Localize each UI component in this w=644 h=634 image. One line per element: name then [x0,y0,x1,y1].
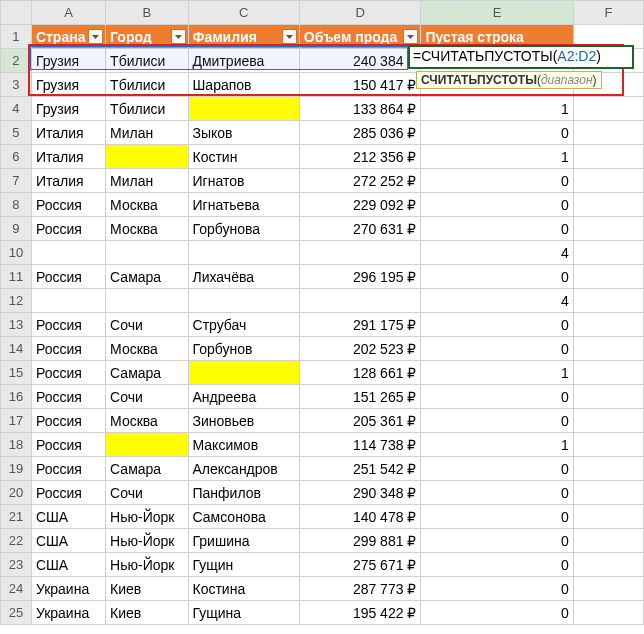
cell-E21[interactable]: 0 [421,505,574,529]
row-header-18[interactable]: 18 [1,433,32,457]
header-surname[interactable]: Фамилия [188,25,299,49]
cell-A15[interactable]: Россия [31,361,105,385]
cell-F10[interactable] [573,241,643,265]
cell-B24[interactable]: Киев [106,577,188,601]
cell-C9[interactable]: Горбунова [188,217,299,241]
cell-C21[interactable]: Самсонова [188,505,299,529]
cell-F18[interactable] [573,433,643,457]
cell-D6[interactable]: 212 356 ₽ [299,145,421,169]
row-header-14[interactable]: 14 [1,337,32,361]
cell-D2[interactable]: 240 384 ₽ [299,49,421,73]
active-cell-E2[interactable]: =СЧИТАТЬПУСТОТЫ(A2:D2) [408,45,634,69]
cell-D19[interactable]: 251 542 ₽ [299,457,421,481]
cell-D5[interactable]: 285 036 ₽ [299,121,421,145]
cell-C25[interactable]: Гущина [188,601,299,625]
cell-E25[interactable]: 0 [421,601,574,625]
cell-E24[interactable]: 0 [421,577,574,601]
cell-C23[interactable]: Гущин [188,553,299,577]
cell-A19[interactable]: Россия [31,457,105,481]
cell-C20[interactable]: Панфилов [188,481,299,505]
col-header-F[interactable]: F [573,1,643,25]
cell-C13[interactable]: Струбач [188,313,299,337]
filter-dropdown-icon[interactable] [88,29,103,44]
row-header-1[interactable]: 1 [1,25,32,49]
row-header-16[interactable]: 16 [1,385,32,409]
cell-C8[interactable]: Игнатьева [188,193,299,217]
col-header-D[interactable]: D [299,1,421,25]
cell-A12[interactable] [31,289,105,313]
cell-C24[interactable]: Костина [188,577,299,601]
cell-A20[interactable]: Россия [31,481,105,505]
cell-D14[interactable]: 202 523 ₽ [299,337,421,361]
cell-E16[interactable]: 0 [421,385,574,409]
cell-A2[interactable]: Грузия [31,49,105,73]
row-header-24[interactable]: 24 [1,577,32,601]
cell-D13[interactable]: 291 175 ₽ [299,313,421,337]
cell-C5[interactable]: Зыков [188,121,299,145]
cell-E11[interactable]: 0 [421,265,574,289]
cell-F23[interactable] [573,553,643,577]
cell-B17[interactable]: Москва [106,409,188,433]
row-header-23[interactable]: 23 [1,553,32,577]
cell-A21[interactable]: США [31,505,105,529]
row-header-12[interactable]: 12 [1,289,32,313]
cell-B2[interactable]: Тбилиси [106,49,188,73]
row-header-2[interactable]: 2 [1,49,32,73]
cell-A5[interactable]: Италия [31,121,105,145]
cell-F4[interactable] [573,97,643,121]
cell-E14[interactable]: 0 [421,337,574,361]
row-header-9[interactable]: 9 [1,217,32,241]
cell-D20[interactable]: 290 348 ₽ [299,481,421,505]
cell-E15[interactable]: 1 [421,361,574,385]
cell-E5[interactable]: 0 [421,121,574,145]
spreadsheet-grid[interactable]: A B C D E F 1 Страна Город Фамилия Объем… [0,0,644,625]
cell-C22[interactable]: Гришина [188,529,299,553]
row-header-8[interactable]: 8 [1,193,32,217]
cell-D8[interactable]: 229 092 ₽ [299,193,421,217]
cell-C18[interactable]: Максимов [188,433,299,457]
cell-F14[interactable] [573,337,643,361]
cell-E10[interactable]: 4 [421,241,574,265]
cell-E7[interactable]: 0 [421,169,574,193]
cell-E4[interactable]: 1 [421,97,574,121]
row-header-22[interactable]: 22 [1,529,32,553]
cell-B21[interactable]: Нью-Йорк [106,505,188,529]
cell-D17[interactable]: 205 361 ₽ [299,409,421,433]
cell-B15[interactable]: Самара [106,361,188,385]
col-header-C[interactable]: C [188,1,299,25]
cell-E22[interactable]: 0 [421,529,574,553]
cell-D24[interactable]: 287 773 ₽ [299,577,421,601]
row-header-19[interactable]: 19 [1,457,32,481]
cell-B18[interactable] [106,433,188,457]
row-header-6[interactable]: 6 [1,145,32,169]
cell-A16[interactable]: Россия [31,385,105,409]
cell-F17[interactable] [573,409,643,433]
cell-D22[interactable]: 299 881 ₽ [299,529,421,553]
cell-D10[interactable] [299,241,421,265]
cell-A11[interactable]: Россия [31,265,105,289]
cell-E13[interactable]: 0 [421,313,574,337]
cell-B4[interactable]: Тбилиси [106,97,188,121]
row-header-15[interactable]: 15 [1,361,32,385]
cell-D18[interactable]: 114 738 ₽ [299,433,421,457]
cell-C12[interactable] [188,289,299,313]
cell-B13[interactable]: Сочи [106,313,188,337]
cell-F12[interactable] [573,289,643,313]
filter-dropdown-icon[interactable] [282,29,297,44]
header-volume[interactable]: Объем прода [299,25,421,49]
cell-A8[interactable]: Россия [31,193,105,217]
cell-E12[interactable]: 4 [421,289,574,313]
row-header-20[interactable]: 20 [1,481,32,505]
cell-D3[interactable]: 150 417 ₽ [299,73,421,97]
cell-A18[interactable]: Россия [31,433,105,457]
cell-C11[interactable]: Лихачёва [188,265,299,289]
cell-C19[interactable]: Александров [188,457,299,481]
row-header-4[interactable]: 4 [1,97,32,121]
cell-F15[interactable] [573,361,643,385]
cell-C17[interactable]: Зиновьев [188,409,299,433]
row-header-5[interactable]: 5 [1,121,32,145]
cell-E17[interactable]: 0 [421,409,574,433]
cell-B22[interactable]: Нью-Йорк [106,529,188,553]
cell-D15[interactable]: 128 661 ₽ [299,361,421,385]
cell-B11[interactable]: Самара [106,265,188,289]
